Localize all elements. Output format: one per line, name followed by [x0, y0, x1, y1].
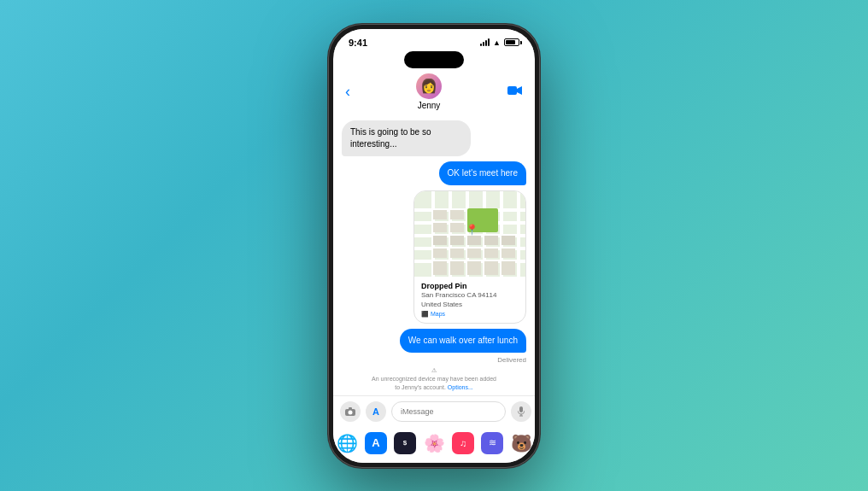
- video-call-button[interactable]: [507, 85, 523, 98]
- svg-rect-0: [507, 86, 517, 95]
- map-pin-address: San Francisco CA 94114United States: [421, 290, 519, 309]
- map-pin-icon: 📍: [466, 224, 478, 236]
- warning-icon: ⚠: [347, 366, 521, 375]
- dynamic-island: [404, 51, 464, 68]
- camera-button[interactable]: [340, 401, 361, 422]
- dock-app-stickers[interactable]: 🌐: [336, 432, 358, 454]
- contact-name: Jenny: [418, 101, 441, 110]
- phone-device: 9:41 ▲ ‹ 👩 Jenny: [328, 24, 540, 468]
- svg-rect-3: [349, 407, 352, 410]
- map-message-card[interactable]: 📍 Dropped Pin San Francisco CA 94114Unit…: [413, 190, 526, 324]
- dock-app-wave[interactable]: ≋: [481, 432, 503, 454]
- input-bar: A: [333, 395, 535, 427]
- avatar: 👩: [416, 73, 442, 99]
- status-time: 9:41: [349, 38, 367, 48]
- message-row-3: We can walk over after lunch: [342, 329, 526, 353]
- battery-icon: [504, 38, 519, 46]
- message-bubble-outgoing-2: We can walk over after lunch: [400, 329, 526, 353]
- map-image: 📍: [414, 191, 525, 277]
- message-bubble-outgoing-1: OK let's meet here: [439, 161, 527, 185]
- battery-fill: [506, 40, 515, 44]
- message-row-2: OK let's meet here: [342, 161, 526, 185]
- map-source: ⬛ Maps: [421, 311, 519, 318]
- app-dock: 🌐 A $ 🌸 ♫ ≋ 🐻: [333, 427, 535, 463]
- dock-app-flower[interactable]: 🌸: [423, 432, 445, 454]
- messages-area: This is going to be so interesting... OK…: [333, 115, 535, 364]
- dock-app-cash[interactable]: $: [394, 432, 416, 454]
- app-store-button[interactable]: A: [366, 401, 386, 422]
- phone-screen: 9:41 ▲ ‹ 👩 Jenny: [333, 29, 535, 463]
- status-bar: 9:41 ▲: [333, 29, 535, 51]
- svg-point-2: [349, 410, 353, 414]
- options-link[interactable]: Options...: [448, 384, 473, 390]
- dock-app-music[interactable]: ♫: [452, 432, 474, 454]
- message-row-1: This is going to be so interesting...: [342, 120, 526, 156]
- dock-app-bear[interactable]: 🐻: [510, 432, 532, 454]
- map-pin-title: Dropped Pin: [421, 282, 519, 290]
- delivered-status: Delivered: [342, 356, 526, 363]
- mic-button[interactable]: [511, 401, 531, 422]
- nav-bar: ‹ 👩 Jenny: [333, 72, 535, 115]
- dock-app-appstore[interactable]: A: [365, 432, 387, 454]
- message-bubble-incoming-1: This is going to be so interesting...: [342, 120, 471, 156]
- back-button[interactable]: ‹: [345, 83, 350, 101]
- map-info: Dropped Pin San Francisco CA 94114United…: [414, 277, 525, 323]
- wifi-icon: ▲: [493, 38, 501, 47]
- nav-center[interactable]: 👩 Jenny: [416, 73, 442, 110]
- security-notice: ⚠ An unrecognized device may have been a…: [333, 363, 535, 395]
- status-icons: ▲: [480, 38, 519, 47]
- message-row-map: 📍 Dropped Pin San Francisco CA 94114Unit…: [342, 190, 526, 324]
- svg-rect-4: [519, 406, 523, 412]
- signal-bars-icon: [480, 39, 490, 46]
- message-input[interactable]: [391, 401, 506, 422]
